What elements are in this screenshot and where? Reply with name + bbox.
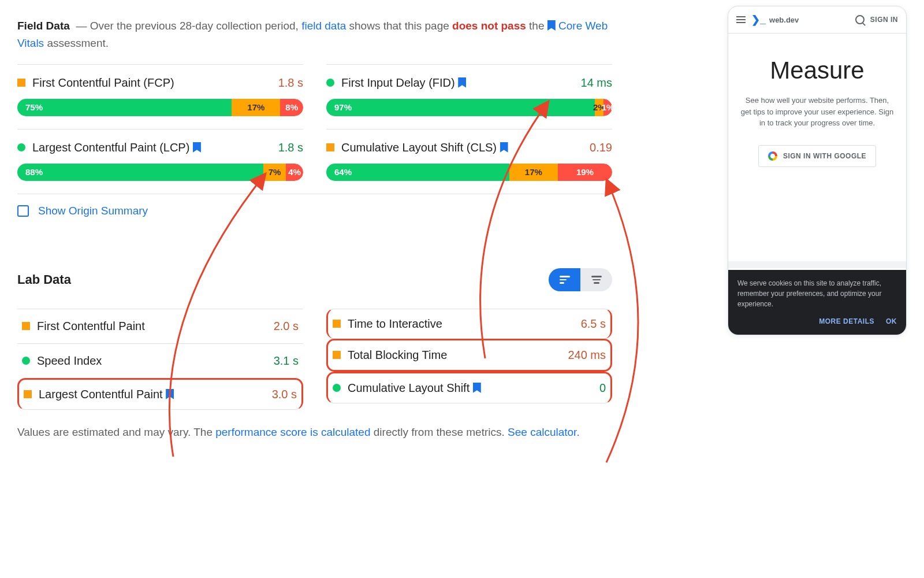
- lab-value: 6.5 s: [581, 317, 606, 331]
- metric-fcp: First Contentful Paint (FCP) 1.8 s 75% 1…: [17, 64, 303, 129]
- lab-row-fcp: First Contentful Paint 2.0 s: [17, 309, 303, 343]
- status-icon: [333, 320, 341, 328]
- lab-name: Speed Index: [37, 354, 267, 368]
- field-data-header: Field Data — Over the previous 28-day co…: [17, 17, 612, 53]
- lab-name: Cumulative Layout Shift: [348, 381, 593, 395]
- field-metrics-grid: First Contentful Paint (FCP) 1.8 s 75% 1…: [17, 64, 612, 194]
- page-description: See how well your website performs. Then…: [740, 95, 895, 129]
- status-icon: [333, 384, 341, 392]
- metric-value: 1.8 s: [278, 141, 303, 154]
- cookie-banner: We serve cookies on this site to analyze…: [728, 270, 906, 335]
- bookmark-icon: [166, 389, 174, 399]
- lab-value: 3.1 s: [274, 354, 299, 368]
- cookie-text: We serve cookies on this site to analyze…: [737, 278, 897, 309]
- lab-name: Total Blocking Time: [348, 349, 561, 362]
- metric-name: Largest Contentful Paint (LCP): [32, 141, 271, 154]
- distribution-bar: 97% 2% 1%: [326, 99, 612, 116]
- show-origin-label: Show Origin Summary: [38, 205, 148, 217]
- metric-name: Cumulative Layout Shift (CLS): [341, 141, 583, 154]
- status-icon: [17, 79, 25, 87]
- metric-value: 1.8 s: [278, 76, 303, 90]
- perf-score-link[interactable]: performance score is calculated: [215, 426, 370, 438]
- lab-value: 3.0 s: [272, 388, 297, 401]
- distribution-bar: 88% 7% 4%: [17, 164, 303, 181]
- lab-row-tbt: Total Blocking Time 240 ms: [326, 339, 612, 372]
- lab-row-cls: Cumulative Layout Shift 0: [326, 372, 612, 403]
- status-icon: [24, 390, 32, 398]
- lab-value: 2.0 s: [274, 320, 299, 333]
- google-signin-button[interactable]: SIGN IN WITH GOOGLE: [758, 145, 876, 167]
- more-details-link[interactable]: MORE DETAILS: [819, 316, 874, 327]
- lab-name: Largest Contentful Paint: [39, 388, 265, 401]
- lab-row-lcp: Largest Contentful Paint 3.0 s: [17, 378, 303, 410]
- view-right-button[interactable]: [580, 268, 612, 291]
- logo-icon: ❯_: [751, 13, 766, 26]
- lab-row-tti: Time to Interactive 6.5 s: [326, 309, 612, 339]
- view-left-button[interactable]: [549, 268, 580, 291]
- distribution-bar: 64% 17% 19%: [326, 164, 612, 181]
- metric-lcp: Largest Contentful Paint (LCP) 1.8 s 88%…: [17, 129, 303, 194]
- status-icon: [326, 79, 334, 87]
- status-icon: [22, 357, 30, 365]
- distribution-bar: 75% 17% 8%: [17, 99, 303, 116]
- page-title: Measure: [740, 57, 895, 84]
- status-icon: [22, 322, 30, 330]
- checkbox-icon[interactable]: [17, 205, 29, 217]
- fail-text: does not pass: [452, 20, 526, 32]
- lab-value: 240 ms: [568, 349, 606, 362]
- sign-in-link[interactable]: SIGN IN: [870, 16, 898, 24]
- metric-value: 0.19: [590, 141, 612, 154]
- lab-data-title: Lab Data: [17, 272, 71, 287]
- lab-row-si: Speed Index 3.1 s: [17, 343, 303, 378]
- status-icon: [333, 351, 341, 359]
- lab-data-grid: First Contentful Paint 2.0 s Speed Index…: [17, 309, 612, 410]
- show-origin-toggle[interactable]: Show Origin Summary: [17, 194, 612, 228]
- status-icon: [17, 143, 25, 151]
- google-icon: [768, 151, 777, 161]
- metric-cls: Cumulative Layout Shift (CLS) 0.19 64% 1…: [326, 129, 612, 194]
- lab-name: First Contentful Paint: [37, 320, 267, 333]
- bookmark-icon: [458, 77, 466, 88]
- bookmark-icon: [193, 142, 201, 153]
- metric-value: 14 ms: [581, 76, 612, 90]
- device-preview: ❯_ web.dev SIGN IN Measure See how well …: [728, 6, 907, 335]
- metric-name: First Contentful Paint (FCP): [32, 76, 271, 90]
- field-data-title: Field Data: [17, 20, 70, 32]
- footer-note: Values are estimated and may vary. The p…: [17, 424, 612, 441]
- metric-fid: First Input Delay (FID) 14 ms 97% 2% 1%: [326, 64, 612, 129]
- search-icon[interactable]: [855, 15, 865, 24]
- bookmark-icon: [500, 142, 508, 153]
- status-icon: [326, 143, 334, 151]
- lab-name: Time to Interactive: [348, 317, 574, 331]
- cookie-ok-button[interactable]: OK: [886, 316, 897, 327]
- see-calculator-link[interactable]: See calculator.: [508, 426, 580, 438]
- bookmark-icon: [473, 383, 481, 393]
- webdev-logo[interactable]: ❯_ web.dev: [751, 13, 850, 26]
- menu-icon[interactable]: [736, 16, 746, 23]
- metric-name: First Input Delay (FID): [341, 76, 574, 90]
- bookmark-icon: [547, 20, 556, 31]
- field-data-link[interactable]: field data: [301, 20, 346, 32]
- view-toggle: [549, 268, 612, 291]
- lab-value: 0: [599, 381, 606, 395]
